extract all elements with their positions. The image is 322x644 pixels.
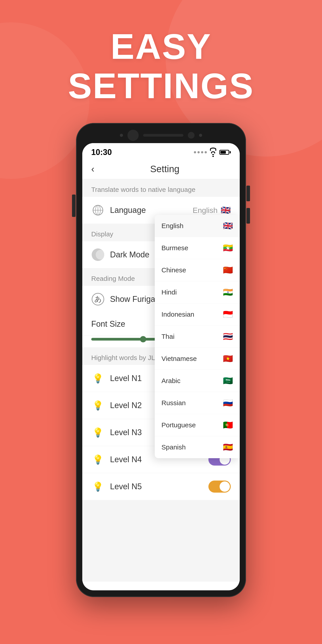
back-button[interactable]: ‹ xyxy=(91,164,94,174)
bulb-n1-icon: 💡 xyxy=(91,372,105,385)
phone-dot-left xyxy=(120,134,123,137)
page-header: EASY SETTINGS xyxy=(68,27,254,106)
globe-icon xyxy=(91,204,105,217)
status-time: 10:30 xyxy=(91,148,112,157)
level-n5-toggle[interactable] xyxy=(208,480,231,492)
phone-frame: 10:30 xyxy=(76,123,246,597)
dropdown-item-russian[interactable]: Russian 🇷🇺 xyxy=(155,392,240,414)
flag-portuguese: 🇵🇹 xyxy=(223,420,233,430)
phone-speaker xyxy=(143,134,183,137)
phone-dot-far-right xyxy=(199,134,202,137)
flag-spanish: 🇪🇸 xyxy=(223,442,233,452)
language-dropdown: English 🇬🇧 Burmese 🇲🇲 Chinese 🇨🇳 Hindi 🇮… xyxy=(155,215,240,458)
toggle-knob-n5 xyxy=(220,482,230,492)
phone-camera xyxy=(128,130,139,141)
level-n3-label: Level N3 xyxy=(110,428,142,437)
flag-chinese: 🇨🇳 xyxy=(223,266,233,275)
power-button[interactable] xyxy=(72,194,76,217)
app-title: Setting xyxy=(99,164,231,174)
wifi-icon xyxy=(210,148,216,157)
bulb-n2-icon: 💡 xyxy=(91,399,105,412)
lang-name-indonesian: Indonesian xyxy=(162,310,194,318)
lang-name-hindi: Hindi xyxy=(162,288,177,296)
level-n5-left: 💡 Level N5 xyxy=(91,480,142,493)
language-value: English 🇬🇧 xyxy=(192,206,231,215)
level-n1-label: Level N1 xyxy=(110,374,142,383)
level-n5-row[interactable]: 💡 Level N5 xyxy=(82,473,240,500)
lang-name-spanish: Spanish xyxy=(162,444,186,451)
level-n5-label: Level N5 xyxy=(110,482,142,491)
lang-name-portuguese: Portuguese xyxy=(162,421,196,429)
language-row-left: Language xyxy=(91,204,146,217)
dark-mode-row-left: Dark Mode xyxy=(91,248,149,262)
lang-name-vietnamese: Vietnamese xyxy=(162,355,197,362)
dropdown-item-burmese[interactable]: Burmese 🇲🇲 xyxy=(155,237,240,259)
level-n1-left: 💡 Level N1 xyxy=(91,372,142,385)
phone-hardware-top xyxy=(82,130,240,141)
flag-english: 🇬🇧 xyxy=(223,221,233,230)
moon-icon xyxy=(91,248,105,262)
volume-up-button[interactable] xyxy=(246,186,250,201)
lang-name-arabic: Arabic xyxy=(162,377,180,384)
bulb-n5-icon: 💡 xyxy=(91,480,105,493)
section-translate-label: Translate words to native language xyxy=(82,179,240,197)
dropdown-item-hindi[interactable]: Hindi 🇮🇳 xyxy=(155,281,240,304)
level-n2-label: Level N2 xyxy=(110,401,142,410)
furigana-row-left: あ Show Furigana xyxy=(91,292,164,306)
phone-dot-right xyxy=(188,132,194,139)
font-size-label: Font Size xyxy=(91,319,125,329)
bulb-n4-icon: 💡 xyxy=(91,453,105,466)
dropdown-item-portuguese[interactable]: Portuguese 🇵🇹 xyxy=(155,414,240,436)
dropdown-item-english[interactable]: English 🇬🇧 xyxy=(155,215,240,237)
settings-content: Translate words to native language L xyxy=(82,179,240,582)
furigana-icon: あ xyxy=(91,292,105,306)
level-n2-left: 💡 Level N2 xyxy=(91,399,142,412)
app-header: ‹ Setting xyxy=(82,159,240,179)
flag-burmese: 🇲🇲 xyxy=(223,243,233,253)
signal-dot-4 xyxy=(204,151,207,154)
level-n4-label: Level N4 xyxy=(110,455,142,464)
signal-dot-1 xyxy=(194,151,196,154)
flag-indonesian: 🇮🇩 xyxy=(223,310,233,319)
level-n4-left: 💡 Level N4 xyxy=(91,453,142,466)
dark-mode-label: Dark Mode xyxy=(110,250,149,260)
dropdown-item-thai[interactable]: Thai 🇹🇭 xyxy=(155,326,240,348)
lang-name-thai: Thai xyxy=(162,333,174,340)
dropdown-item-spanish[interactable]: Spanish 🇪🇸 xyxy=(155,436,240,458)
flag-arabic: 🇸🇦 xyxy=(223,376,233,386)
flag-thai: 🇹🇭 xyxy=(223,332,233,341)
dropdown-item-indonesian[interactable]: Indonesian 🇮🇩 xyxy=(155,304,240,326)
signal-dots xyxy=(194,151,207,154)
lang-name-russian: Russian xyxy=(162,399,186,407)
language-flag: 🇬🇧 xyxy=(221,206,231,215)
lang-name-burmese: Burmese xyxy=(162,244,188,252)
dropdown-item-chinese[interactable]: Chinese 🇨🇳 xyxy=(155,259,240,281)
flag-russian: 🇷🇺 xyxy=(223,398,233,408)
flag-hindi: 🇮🇳 xyxy=(223,288,233,297)
status-bar: 10:30 xyxy=(82,143,240,159)
dropdown-item-vietnamese[interactable]: Vietnamese 🇻🇳 xyxy=(155,348,240,370)
lang-name-english: English xyxy=(162,222,183,230)
volume-down-button[interactable] xyxy=(246,208,250,224)
signal-dot-3 xyxy=(201,151,203,154)
status-icons xyxy=(194,148,231,157)
signal-dot-2 xyxy=(198,151,200,154)
language-label: Language xyxy=(110,206,146,215)
flag-vietnamese: 🇻🇳 xyxy=(223,354,233,363)
header-title: EASY SETTINGS xyxy=(68,27,254,106)
bulb-n3-icon: 💡 xyxy=(91,426,105,439)
level-n3-left: 💡 Level N3 xyxy=(91,426,142,439)
phone-screen: 10:30 xyxy=(82,143,240,590)
battery-icon xyxy=(219,150,231,155)
dropdown-item-arabic[interactable]: Arabic 🇸🇦 xyxy=(155,370,240,392)
lang-name-chinese: Chinese xyxy=(162,266,186,274)
slider-knob[interactable] xyxy=(140,336,146,342)
